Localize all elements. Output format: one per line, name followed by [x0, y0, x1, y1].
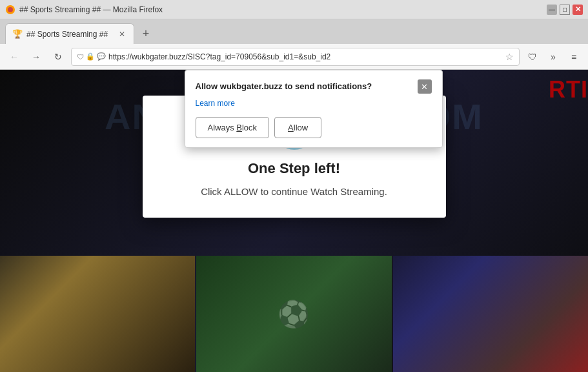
window-title: ## Sports Streaming ## — Mozilla Firefox [19, 5, 163, 14]
learn-more-link[interactable]: Learn more [196, 99, 432, 108]
nav-right-buttons: 🛡 » ≡ [523, 48, 583, 66]
tab-favicon: 🏆 [12, 29, 23, 39]
modal-subtext: Click ALLOW to continue Watch Streaming. [161, 185, 428, 200]
notification-actions: Always Block Allow [196, 117, 432, 138]
menu-button[interactable]: ≡ [565, 48, 583, 66]
hamburger-icon: ≡ [571, 52, 576, 62]
notification-title: Allow wukbgater.buzz to send notificatio… [196, 81, 372, 92]
back-button[interactable]: ← [5, 48, 23, 66]
reload-icon: ↻ [54, 52, 62, 62]
reload-button[interactable]: ↻ [49, 48, 67, 66]
always-block-button[interactable]: Always Block [196, 117, 270, 138]
notification-popup: Allow wukbgater.buzz to send notificatio… [185, 70, 443, 148]
shield-nav-icon: 🛡 [528, 52, 537, 62]
title-bar: ## Sports Streaming ## — Mozilla Firefox… [0, 0, 588, 19]
nav-bar: ← → ↻ 🛡 🔒 💬 https://wukbgater.buzz/SISC?… [0, 44, 588, 70]
allow-button[interactable]: Allow [274, 117, 321, 138]
tab-bar: 🏆 ## Sports Streaming ## ✕ + [0, 19, 588, 44]
allow-label: Allow [288, 123, 308, 132]
extensions-button[interactable]: » [544, 48, 562, 66]
firefox-icon [5, 5, 15, 15]
forward-icon: → [32, 52, 41, 62]
notification-header: Allow wukbgater.buzz to send notificatio… [196, 81, 432, 94]
bottom-sport-images: ⚽ [0, 256, 588, 372]
address-bar-icons: 🛡 🔒 💬 [77, 52, 106, 61]
bubble-icon: 💬 [97, 52, 106, 61]
modal-heading: One Step left! [161, 160, 428, 177]
shield-button[interactable]: 🛡 [523, 48, 542, 66]
address-bar[interactable]: 🛡 🔒 💬 https://wukbgater.buzz/SISC?tag_id… [71, 48, 520, 66]
title-bar-left: ## Sports Streaming ## — Mozilla Firefox [5, 5, 163, 15]
new-tab-button[interactable]: + [137, 25, 155, 43]
shield-icon: 🛡 [77, 53, 84, 61]
soccer-ball-icon: ⚽ [278, 299, 310, 329]
url-text: https://wukbgater.buzz/SISC?tag_id=70905… [108, 52, 503, 61]
extensions-icon: » [551, 52, 556, 62]
active-tab[interactable]: 🏆 ## Sports Streaming ## ✕ [5, 23, 134, 44]
basketball-image [393, 256, 588, 372]
runners-image [0, 256, 195, 372]
tab-close-button[interactable]: ✕ [117, 29, 127, 39]
soccer-image: ⚽ [196, 256, 391, 372]
notification-close-button[interactable]: ✕ [418, 79, 432, 94]
lock-icon: 🔒 [86, 52, 95, 61]
forward-button[interactable]: → [27, 48, 45, 66]
close-window-button[interactable]: ✕ [573, 5, 583, 15]
svg-point-1 [8, 7, 13, 12]
bookmark-icon[interactable]: ☆ [505, 52, 514, 62]
maximize-button[interactable]: □ [560, 5, 570, 15]
red-banner-text: RTI [549, 76, 588, 103]
back-icon: ← [10, 52, 19, 62]
tab-label: ## Sports Streaming ## [26, 30, 113, 39]
always-block-label: Always Block [208, 123, 258, 132]
minimize-button[interactable]: — [547, 5, 557, 15]
browser-content: RTI ANTISPYWARE.COM ⚽ ✕ ! One Step left!… [0, 70, 588, 372]
title-bar-controls: — □ ✕ [547, 5, 583, 15]
